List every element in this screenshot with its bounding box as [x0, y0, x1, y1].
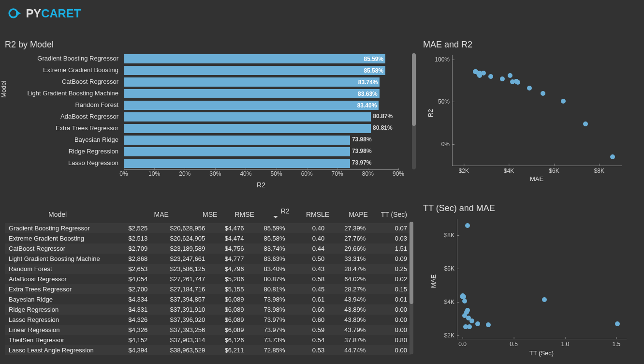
column-header[interactable]: TT (Sec) [372, 205, 411, 223]
column-header[interactable]: RMSLE [293, 205, 333, 223]
table-cell: 29.66% [328, 243, 369, 254]
table-cell: $4,777 [209, 254, 248, 264]
bar[interactable] [124, 147, 350, 156]
x-tick: 1.0 [561, 339, 569, 348]
table-cell: Light Gradient Boosting Machine [5, 254, 113, 264]
table-row[interactable]: Lasso Regression$4,326$37,396,020$6,0897… [5, 315, 411, 325]
table-row[interactable]: Extreme Gradient Boosting$2,513$20,624,9… [5, 233, 411, 243]
scatter-point[interactable] [466, 316, 471, 320]
table-row[interactable]: Gradient Boosting Regressor$2,525$20,628… [5, 223, 411, 233]
table-cell: $2,868 [113, 254, 151, 264]
table-row[interactable]: AdaBoost Regressor$4,054$27,261,747$5,20… [5, 274, 411, 284]
scrollbar-thumb[interactable] [412, 53, 416, 126]
bar-value-label: 83.74% [358, 79, 378, 86]
bar-row[interactable]: Random Forest83.40% [124, 100, 399, 111]
scatter-point[interactable] [463, 324, 468, 329]
scatter-point[interactable] [542, 297, 547, 302]
scatter-point[interactable] [615, 321, 620, 326]
table-cell: $4,756 [209, 243, 248, 254]
table-scrollbar[interactable] [410, 222, 413, 354]
bar-plot-area[interactable]: Gradient Boosting Regressor85.59%Extreme… [124, 53, 399, 170]
scatter-point[interactable] [527, 86, 532, 91]
scatter-point[interactable] [500, 76, 505, 81]
scatter-plot-area[interactable]: $2K$4K$6K$8K0.00.51.01.5 [457, 219, 627, 339]
y-axis-label: Model [0, 81, 7, 98]
bar-row[interactable]: 80.81%Extra Trees Regressor [124, 123, 399, 135]
table-cell: 0.44 [289, 243, 329, 254]
table-row[interactable]: TheilSen Regressor$4,152$37,903,314$6,12… [5, 335, 411, 345]
scatter-point[interactable] [462, 299, 467, 303]
bar-value-label: 85.59% [364, 56, 383, 62]
table-row[interactable]: Linear Regression$4,326$37,393,256$6,089… [5, 325, 411, 335]
table-cell: $2,525 [113, 223, 151, 233]
table-row[interactable]: Bayesian Ridge$4,334$37,394,857$6,08973.… [5, 294, 411, 304]
bar-row[interactable]: Extreme Gradient Boosting85.58% [124, 65, 399, 76]
bar-row[interactable]: 73.98%Bayesian Ridge [124, 135, 399, 146]
scatter-point[interactable] [515, 80, 520, 85]
header-label: MAE [154, 211, 168, 218]
y-tick: 50% [438, 98, 453, 105]
scatter-point[interactable] [465, 308, 470, 313]
table-cell: 0.50 [289, 254, 329, 264]
column-header[interactable]: RMSE [221, 205, 258, 223]
table-row[interactable]: Random Forest$2,653$23,586,125$4,79683.4… [5, 264, 411, 274]
bar[interactable] [124, 159, 350, 168]
table-row[interactable]: Ridge Regression$4,331$37,391,910$6,0897… [5, 304, 411, 315]
bar-row[interactable]: 73.97%Lasso Regression [124, 158, 399, 169]
table-row[interactable]: CatBoost Regressor$2,709$23,189,589$4,75… [5, 243, 411, 254]
bar[interactable]: 83.40% [124, 101, 379, 110]
bar[interactable] [124, 112, 371, 121]
metrics-table-panel: ModelMAEMSERMSER2RMSLEMAPETT (Sec) Gradi… [5, 205, 411, 360]
scatter-point[interactable] [475, 321, 480, 326]
scrollbar-thumb[interactable] [410, 222, 413, 304]
table-row[interactable]: Lasso Least Angle Regression$4,394$38,96… [5, 345, 411, 355]
brand-logo: PYCARET [7, 2, 109, 24]
bar[interactable]: 83.63% [124, 89, 380, 98]
bar-value-label: 73.97% [352, 159, 372, 166]
scatter-point[interactable] [610, 154, 615, 159]
bar[interactable]: 85.58% [124, 66, 385, 75]
column-header[interactable]: Model [5, 205, 137, 223]
bar-row[interactable]: CatBoost Regressor83.74% [124, 76, 399, 88]
scatter-plot-area[interactable]: 0%50%100%$2K$4K$6K$8K [452, 55, 622, 166]
bar[interactable] [124, 124, 371, 133]
bar-row[interactable]: 80.87%AdaBoost Regressor [124, 111, 399, 123]
bar[interactable] [124, 136, 350, 145]
scatter-point[interactable] [465, 223, 470, 228]
bar-row[interactable]: Gradient Boosting Regressor85.59% [124, 53, 399, 65]
scatter-point[interactable] [460, 293, 465, 298]
table-cell: $37,903,314 [151, 335, 209, 345]
header-label: MSE [203, 211, 217, 218]
bar[interactable]: 85.59% [124, 54, 385, 63]
x-tick: 60% [301, 170, 313, 177]
header-label: Model [48, 211, 67, 218]
bar-row[interactable]: Light Gradient Boosting Machine83.63% [124, 88, 399, 100]
y-axis-label: R2 [427, 109, 434, 117]
scatter-point[interactable] [486, 322, 491, 327]
table-cell: CatBoost Regressor [5, 243, 113, 254]
table-cell: 0.07 [369, 223, 411, 233]
scatter-point[interactable] [583, 121, 588, 126]
bar-chart-scrollbar[interactable] [412, 53, 416, 169]
scatter-point[interactable] [510, 79, 515, 84]
table-cell: $6,089 [209, 304, 248, 315]
scatter-point[interactable] [508, 73, 512, 78]
table-cell: Lasso Regression [5, 315, 113, 325]
column-header[interactable]: MSE [173, 205, 221, 223]
bar-value-label: 80.87% [373, 113, 393, 120]
scatter-point[interactable] [541, 91, 545, 96]
column-header[interactable]: MAE [137, 205, 173, 223]
table-row[interactable]: Light Gradient Boosting Machine$2,868$23… [5, 254, 411, 264]
svg-text:PYCARET: PYCARET [26, 7, 81, 20]
scatter-point[interactable] [488, 74, 493, 79]
bar-row[interactable]: 73.98%Ridge Regression [124, 146, 399, 158]
bar[interactable]: 83.74% [124, 77, 380, 87]
column-header[interactable]: MAPE [333, 205, 372, 223]
scatter-point[interactable] [477, 73, 482, 78]
table-cell: $2,653 [113, 264, 151, 274]
table-row[interactable]: Extra Trees Regressor$2,700$27,184,716$5… [5, 284, 411, 294]
bar-category-label: Light Gradient Boosting Machine [10, 90, 118, 97]
scatter-point[interactable] [561, 99, 566, 104]
table-cell: $6,211 [209, 345, 248, 355]
column-header[interactable]: R2 [258, 205, 293, 223]
